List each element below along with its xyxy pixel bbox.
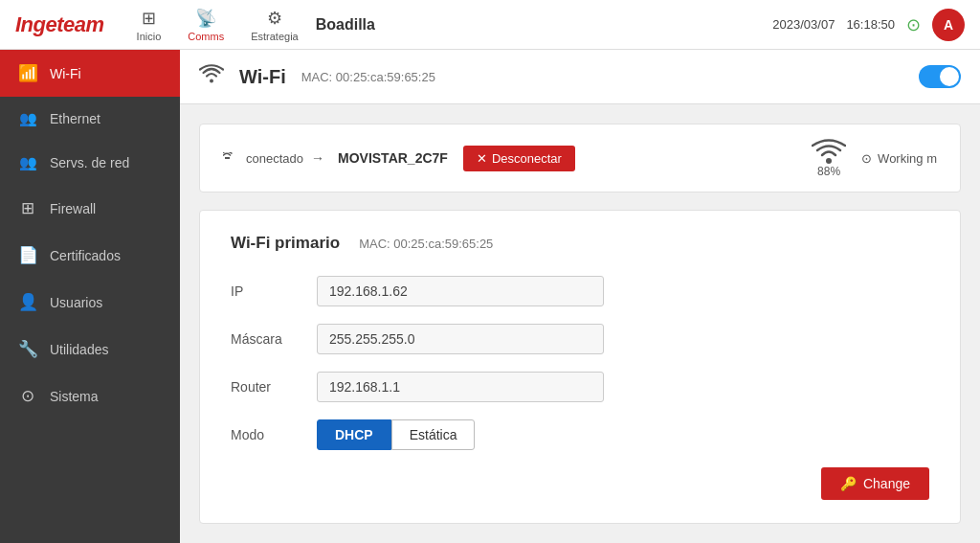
wifi-icon: 📶 (17, 63, 38, 83)
sidebar-label-ethernet: Ethernet (50, 111, 100, 126)
modo-label: Modo (231, 427, 317, 442)
form-row-modo: Modo DHCP Estática (231, 419, 929, 450)
sidebar-label-certificados: Certificados (50, 248, 121, 263)
status-bar: conectado → MOVISTAR_2C7F ✕ Desconectar (199, 124, 961, 192)
working-label: Working m (878, 151, 937, 166)
nav-inicio-label: Inicio (137, 31, 162, 42)
mascara-input[interactable] (317, 324, 604, 354)
card-title-row: Wi-Fi primario MAC: 00:25:ca:59:65:25 (231, 234, 929, 253)
nav-estrategia[interactable]: ⚙ Estrategia (241, 4, 308, 46)
ssid-label: MOVISTAR_2C7F (338, 150, 448, 166)
dhcp-button[interactable]: DHCP (317, 419, 391, 450)
sidebar-label-utilidades: Utilidades (50, 342, 108, 357)
disconnect-x-icon: ✕ (477, 151, 487, 166)
content-mac: MAC: 00:25:ca:59:65:25 (301, 70, 435, 84)
topbar-date: 2023/03/07 (772, 17, 835, 32)
connection-status: conectado → MOVISTAR_2C7F (223, 150, 448, 166)
topbar-time: 16:18:50 (846, 17, 895, 32)
disconnect-label: Desconectar (492, 151, 562, 166)
firewall-icon: ⊞ (17, 198, 38, 218)
change-label: Change (863, 476, 910, 491)
sidebar-item-certificados[interactable]: 📄 Certificados (0, 232, 180, 279)
comms-icon: 📡 (195, 8, 216, 29)
sidebar-label-wifi: Wi-Fi (50, 66, 81, 81)
content-title: Wi-Fi (239, 66, 286, 88)
wifi-toggle[interactable] (919, 65, 961, 88)
main-layout: 📶 Wi-Fi 👥 Ethernet 👥 Servs. de red ⊞ Fir… (0, 50, 980, 543)
content-header: Wi-Fi MAC: 00:25:ca:59:65:25 (180, 50, 980, 104)
card-mac: MAC: 00:25:ca:59:65:25 (359, 237, 493, 251)
nav-comms[interactable]: 📡 Comms (178, 4, 234, 46)
nav-estrategia-label: Estrategia (251, 31, 299, 42)
sistema-icon: ⊙ (17, 386, 38, 406)
form-row-router: Router (231, 372, 929, 402)
working-status: ⊙ Working m (861, 151, 937, 166)
router-input[interactable] (317, 372, 604, 402)
utilidades-icon: 🔧 (17, 339, 38, 359)
certificados-icon: 📄 (17, 245, 38, 265)
ethernet-icon: 👥 (17, 110, 38, 127)
sidebar-item-wifi[interactable]: 📶 Wi-Fi (0, 50, 180, 97)
estrategia-icon: ⚙ (267, 8, 282, 29)
sidebar-item-sistema[interactable]: ⊙ Sistema (0, 373, 180, 419)
content: Wi-Fi MAC: 00:25:ca:59:65:25 conectado →… (180, 50, 980, 543)
connected-label: conectado (246, 151, 303, 166)
form-row-mascara: Máscara (231, 324, 929, 354)
sidebar-item-usuarios[interactable]: 👤 Usuarios (0, 279, 180, 326)
estatica-button[interactable]: Estática (391, 419, 476, 450)
router-label: Router (231, 379, 317, 395)
sidebar-label-servs-red: Servs. de red (50, 155, 129, 170)
usuarios-icon: 👤 (17, 292, 38, 312)
card-actions: 🔑 Change (231, 467, 929, 500)
arrow-icon: → (311, 150, 324, 166)
topbar-status-icon: ⊙ (906, 14, 921, 35)
sidebar-label-usuarios: Usuarios (50, 295, 102, 310)
disconnect-button[interactable]: ✕ Desconectar (463, 146, 575, 171)
sidebar-item-ethernet[interactable]: 👥 Ethernet (0, 97, 180, 141)
topbar-location: Boadilla (316, 16, 375, 34)
sidebar-item-servs-red[interactable]: 👥 Servs. de red (0, 141, 180, 185)
change-button[interactable]: 🔑 Change (821, 467, 929, 500)
ip-label: IP (231, 283, 317, 299)
sidebar-item-utilidades[interactable]: 🔧 Utilidades (0, 326, 180, 373)
ip-input[interactable] (317, 276, 604, 306)
form-row-ip: IP (231, 276, 929, 306)
topbar-datetime: 2023/03/07 16:18:50 ⊙ (772, 14, 921, 35)
sidebar-label-sistema: Sistema (50, 389, 99, 404)
nav-inicio[interactable]: ⊞ Inicio (127, 4, 171, 46)
content-body: conectado → MOVISTAR_2C7F ✕ Desconectar (180, 104, 980, 543)
change-icon: 🔑 (840, 476, 857, 491)
sidebar-item-firewall[interactable]: ⊞ Firewall (0, 185, 180, 232)
working-circle-icon: ⊙ (861, 151, 872, 166)
topbar-nav: ⊞ Inicio 📡 Comms ⚙ Estrategia (127, 4, 308, 46)
nav-comms-label: Comms (188, 31, 224, 42)
wifi-strength: 88% (812, 138, 846, 178)
servs-red-icon: 👥 (17, 154, 38, 171)
content-wifi-icon (199, 63, 224, 90)
topbar-avatar: A (932, 9, 965, 41)
mascara-label: Máscara (231, 331, 317, 347)
logo: Ingeteam (15, 12, 104, 37)
signal-percent: 88% (817, 165, 840, 178)
sidebar-label-firewall: Firewall (50, 201, 96, 216)
svg-point-0 (826, 158, 832, 164)
card-title: Wi-Fi primario (231, 234, 340, 253)
sidebar: 📶 Wi-Fi 👥 Ethernet 👥 Servs. de red ⊞ Fir… (0, 50, 180, 543)
inicio-icon: ⊞ (142, 8, 156, 29)
topbar: Ingeteam ⊞ Inicio 📡 Comms ⚙ Estrategia B… (0, 0, 980, 50)
wifi-card: Wi-Fi primario MAC: 00:25:ca:59:65:25 IP… (199, 210, 961, 524)
